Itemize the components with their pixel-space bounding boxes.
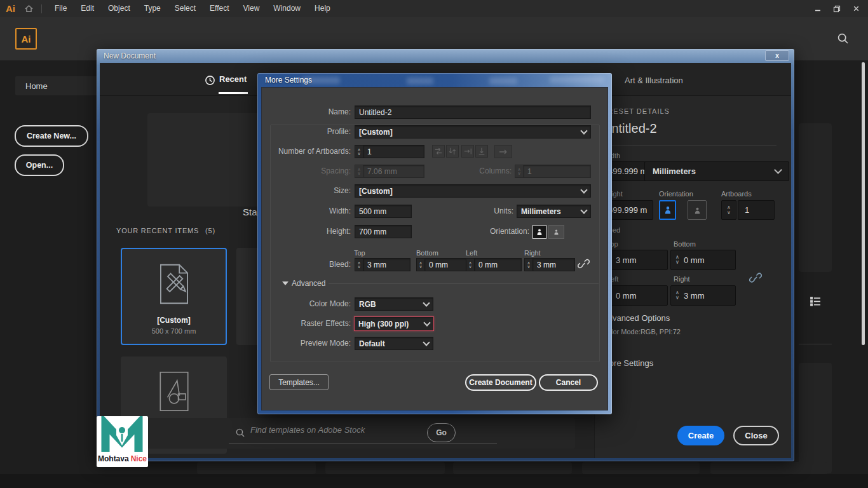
menu-effect[interactable]: Effect bbox=[203, 0, 236, 17]
create-button[interactable]: Create bbox=[677, 426, 724, 445]
profile-value: [Custom] bbox=[359, 128, 393, 137]
artboards-stepper[interactable]: ∧∨ bbox=[721, 200, 736, 220]
size-value: [Custom] bbox=[359, 187, 393, 196]
bleed-bottom-value: 0 mm bbox=[684, 255, 705, 265]
bleed-right-field[interactable]: ∧∨ 3 mm bbox=[670, 285, 736, 306]
artboards-count-label: Number of Artboards: bbox=[278, 145, 351, 158]
template-card-placeholder bbox=[325, 462, 445, 474]
menu-select[interactable]: Select bbox=[168, 0, 203, 17]
bleed-right-field[interactable]: 3 mm bbox=[532, 258, 575, 271]
close-button[interactable]: Close bbox=[733, 426, 779, 445]
artboards-stepper[interactable]: ∧∨ bbox=[355, 145, 363, 158]
template-card-placeholder bbox=[453, 462, 572, 474]
advanced-options-header[interactable]: Advanced Options bbox=[602, 313, 670, 323]
orientation-landscape-button[interactable] bbox=[688, 200, 707, 220]
artboards-field[interactable]: 1 bbox=[738, 200, 775, 220]
collapse-triangle-icon[interactable] bbox=[282, 281, 288, 285]
open-button[interactable]: Open... bbox=[15, 154, 64, 176]
broken-link-icon[interactable] bbox=[578, 257, 590, 273]
color-mode-select[interactable]: RGB bbox=[355, 297, 433, 311]
profile-select[interactable]: [Custom] bbox=[355, 125, 591, 139]
menubar-separator bbox=[41, 4, 42, 13]
advanced-section-header[interactable]: Advanced bbox=[292, 279, 325, 288]
raster-effects-select[interactable]: High (300 ppi) bbox=[354, 316, 434, 331]
menu-help[interactable]: Help bbox=[308, 0, 337, 17]
search-icon bbox=[235, 428, 246, 441]
units-select[interactable]: Millimeters bbox=[517, 205, 591, 218]
dialog-title: New Document bbox=[104, 51, 156, 60]
bleed-top-field[interactable]: 3 mm bbox=[363, 258, 410, 271]
list-view-icon[interactable] bbox=[810, 295, 822, 310]
watermark-word1: Mohtava bbox=[98, 454, 129, 463]
menu-object[interactable]: Object bbox=[101, 0, 137, 17]
chevron-down-icon bbox=[423, 339, 430, 346]
name-input[interactable] bbox=[355, 105, 591, 119]
bleed-left-field[interactable]: ∧∨ 0 mm bbox=[602, 285, 668, 306]
width-field[interactable]: 500 mm bbox=[355, 205, 412, 218]
dialog-close-button[interactable]: x bbox=[765, 50, 789, 61]
minimize-icon[interactable] bbox=[808, 2, 827, 16]
go-button[interactable]: Go bbox=[427, 423, 456, 442]
size-label: Size: bbox=[334, 184, 351, 198]
recent-item-card-selected[interactable]: [Custom] 500 x 700 mm bbox=[121, 248, 227, 345]
tab-recent[interactable]: Recent bbox=[219, 74, 247, 84]
watermark-text: MohtavaNice bbox=[97, 454, 148, 463]
titlebar-blur bbox=[489, 78, 517, 85]
cancel-button[interactable]: Cancel bbox=[539, 374, 598, 391]
bleed-right-stepper[interactable]: ∧∨ bbox=[524, 258, 532, 271]
units-select[interactable]: Millimeters bbox=[644, 161, 789, 181]
artboards-count-field[interactable]: 1 bbox=[363, 145, 424, 158]
units-value: Millimeters bbox=[521, 207, 561, 216]
sidebar-item-home[interactable]: Home bbox=[15, 76, 98, 95]
menu-window[interactable]: Window bbox=[266, 0, 308, 17]
menu-type[interactable]: Type bbox=[137, 0, 168, 17]
bleed-bottom-label: Bottom bbox=[674, 240, 696, 248]
bleed-left-label: Left bbox=[466, 249, 477, 257]
bleed-top-field[interactable]: ∧∨ 3 mm bbox=[602, 250, 668, 270]
color-mode-value: RGB bbox=[359, 300, 376, 309]
width-label: Width: bbox=[329, 205, 351, 218]
template-card-placeholder bbox=[197, 462, 316, 474]
recent-item-size: 500 x 700 mm bbox=[152, 327, 196, 335]
spacing-label: Spacing: bbox=[321, 165, 351, 178]
bleed-left-stepper[interactable]: ∧∨ bbox=[466, 258, 474, 271]
menu-edit[interactable]: Edit bbox=[74, 0, 101, 17]
tab-art-illustration[interactable]: Art & Illustration bbox=[625, 76, 683, 85]
bleed-bottom-label: Bottom bbox=[416, 249, 438, 257]
preset-details-header: PRESET DETAILS bbox=[602, 107, 670, 115]
create-document-button[interactable]: Create Document bbox=[465, 374, 536, 391]
orientation-landscape-button[interactable] bbox=[548, 225, 564, 239]
menu-file[interactable]: File bbox=[48, 0, 74, 17]
recent-item-name: [Custom] bbox=[157, 316, 191, 325]
menu-view[interactable]: View bbox=[236, 0, 267, 17]
orientation-label: Orientation bbox=[659, 190, 693, 198]
broken-link-icon[interactable] bbox=[749, 271, 762, 287]
size-select[interactable]: [Custom] bbox=[355, 184, 591, 198]
search-icon[interactable] bbox=[837, 32, 850, 48]
titlebar-blur bbox=[302, 77, 340, 84]
stock-search-input[interactable] bbox=[249, 424, 410, 435]
color-mode-summary: Color Mode:RGB, PPI:72 bbox=[602, 328, 681, 336]
active-tab-underline bbox=[219, 92, 248, 94]
preview-mode-select[interactable]: Default bbox=[355, 337, 433, 350]
bleed-bottom-field[interactable]: 0 mm bbox=[424, 258, 467, 271]
bleed-left-field[interactable]: 0 mm bbox=[474, 258, 522, 271]
close-icon[interactable] bbox=[846, 2, 865, 16]
columns-label: Columns: bbox=[479, 165, 512, 178]
restore-icon[interactable] bbox=[827, 2, 846, 16]
height-field[interactable]: 700 mm bbox=[355, 225, 412, 238]
bleed-top-stepper[interactable]: ∧∨ bbox=[355, 258, 363, 271]
bleed-label: Bleed: bbox=[329, 258, 351, 271]
bleed-bottom-stepper[interactable]: ∧∨ bbox=[416, 258, 424, 271]
bleed-left-value: 0 mm bbox=[616, 291, 637, 301]
orientation-portrait-button[interactable] bbox=[532, 225, 546, 239]
spacing-field: 7.06 mm bbox=[363, 165, 424, 178]
home-icon[interactable] bbox=[22, 2, 36, 16]
orientation-portrait-button[interactable] bbox=[659, 200, 676, 220]
bleed-right-label: Right bbox=[524, 249, 541, 257]
layout-direction-icon bbox=[494, 145, 512, 158]
templates-button[interactable]: Templates... bbox=[269, 374, 329, 390]
scrollbar[interactable] bbox=[862, 62, 865, 345]
bleed-bottom-field[interactable]: ∧∨ 0 mm bbox=[670, 250, 736, 270]
create-new-button[interactable]: Create New... bbox=[15, 125, 88, 147]
